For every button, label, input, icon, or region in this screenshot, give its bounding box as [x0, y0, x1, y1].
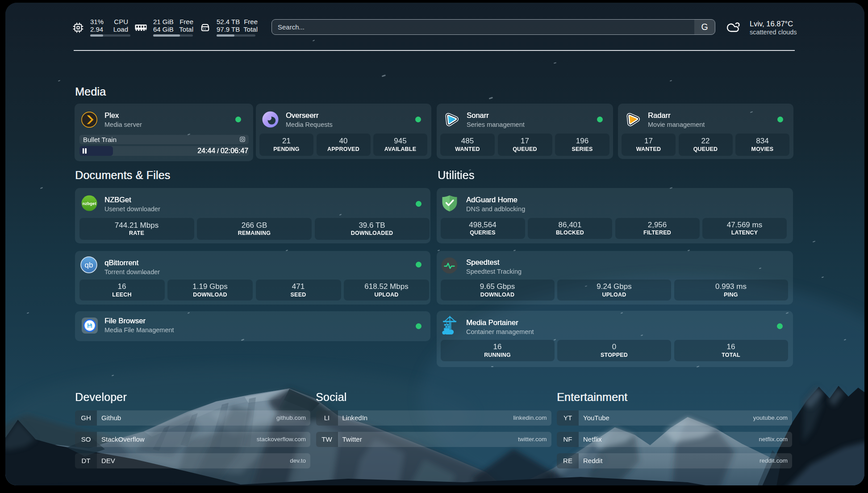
svg-text:qb: qb: [85, 261, 93, 269]
svg-text:nzbget: nzbget: [83, 201, 96, 206]
